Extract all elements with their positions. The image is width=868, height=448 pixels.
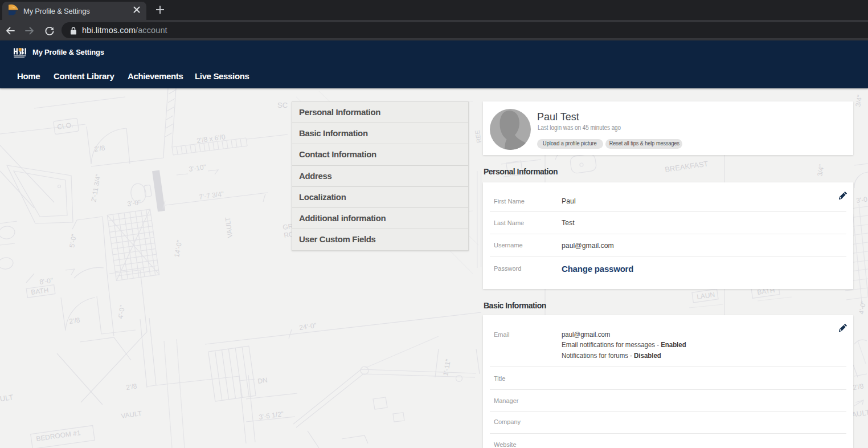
svg-text:2'/8: 2'/8 (125, 382, 137, 392)
svg-text:DN: DN (257, 376, 268, 385)
svg-text:CLO.: CLO. (56, 121, 73, 131)
svg-text:SC: SC (277, 101, 288, 109)
svg-text:BEDROOM #1: BEDROOM #1 (35, 429, 81, 443)
svg-text:VAULT: VAULT (120, 409, 142, 420)
svg-text:2'-11 3/4": 2'-11 3/4" (89, 173, 102, 202)
svg-text:3/4": 3/4" (854, 94, 863, 107)
svg-text:3'-5 1/2": 3'-5 1/2" (258, 410, 284, 421)
svg-text:2'/8: 2'/8 (93, 144, 105, 153)
svg-text:14'-0": 14'-0" (173, 239, 183, 258)
svg-text:2'/8: 2'/8 (852, 382, 864, 392)
svg-text:3'-0: 3'-0 (855, 195, 868, 205)
svg-text:8'-0": 8'-0" (39, 276, 54, 286)
svg-text:4'-0": 4'-0" (116, 305, 126, 320)
svg-text:VAULT: VAULT (224, 216, 234, 238)
svg-text:2'/8: 2'/8 (68, 316, 80, 325)
svg-text:BREAKFAST: BREAKFAST (664, 159, 709, 174)
svg-text:3'-10": 3'-10" (188, 163, 206, 173)
svg-text:ULT: ULT (0, 393, 14, 403)
svg-text:7'-7 3/4": 7'-7 3/4" (198, 190, 224, 201)
svg-text:4'-0": 4'-0" (857, 300, 867, 315)
svg-text:5'-0": 5'-0" (68, 234, 78, 249)
svg-text:REE: REE (474, 129, 482, 143)
svg-text:AULT: AULT (851, 408, 868, 419)
svg-text:24'-0": 24'-0" (298, 321, 317, 332)
svg-text:2'/8 x 6'/0: 2'/8 x 6'/0 (196, 133, 226, 145)
svg-text:3/4": 3/4" (816, 164, 825, 177)
svg-text:3'-0": 3'-0" (126, 198, 141, 208)
svg-text:1'-11": 1'-11" (441, 359, 452, 377)
svg-text:LAUN: LAUN (696, 291, 715, 301)
